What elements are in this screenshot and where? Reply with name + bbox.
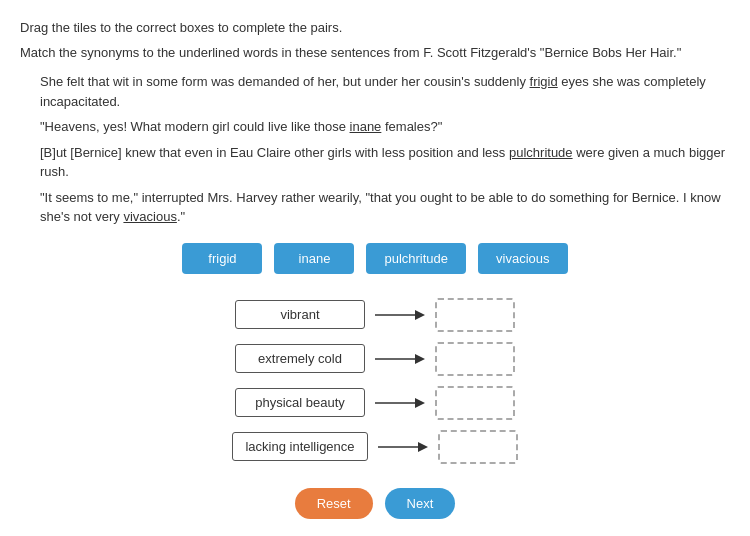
word-inane: inane: [350, 119, 382, 134]
word-vivacious: vivacious: [123, 209, 176, 224]
word-pulchritude: pulchritude: [509, 145, 573, 160]
pair-label-vibrant: vibrant: [235, 300, 365, 329]
reset-button[interactable]: Reset: [295, 488, 373, 519]
drop-box-lacking-intelligence[interactable]: [438, 430, 518, 464]
instructions-match: Match the synonyms to the underlined wor…: [20, 45, 730, 60]
instructions-top: Drag the tiles to the correct boxes to c…: [20, 20, 730, 35]
pair-label-lacking-intelligence: lacking intelligence: [232, 432, 367, 461]
svg-marker-1: [415, 310, 425, 320]
svg-marker-7: [418, 442, 428, 452]
drop-box-vibrant[interactable]: [435, 298, 515, 332]
tiles-row: frigid inane pulchritude vivacious: [20, 243, 730, 274]
arrow-extremely-cold: [375, 349, 425, 369]
svg-marker-3: [415, 354, 425, 364]
sentence2: "Heavens, yes! What modern girl could li…: [40, 117, 730, 137]
tile-frigid[interactable]: frigid: [182, 243, 262, 274]
tile-pulchritude[interactable]: pulchritude: [366, 243, 466, 274]
passage: She felt that wit in some form was deman…: [40, 72, 730, 227]
tile-inane[interactable]: inane: [274, 243, 354, 274]
pair-row-extremely-cold: extremely cold: [235, 342, 515, 376]
sentence4: "It seems to me," interrupted Mrs. Harve…: [40, 188, 730, 227]
pair-row-vibrant: vibrant: [235, 298, 515, 332]
word-frigid: frigid: [530, 74, 558, 89]
tile-vivacious[interactable]: vivacious: [478, 243, 567, 274]
pair-row-physical-beauty: physical beauty: [235, 386, 515, 420]
sentence3: [B]ut [Bernice] knew that even in Eau Cl…: [40, 143, 730, 182]
arrow-lacking-intelligence: [378, 437, 428, 457]
pair-row-lacking-intelligence: lacking intelligence: [232, 430, 517, 464]
drop-box-extremely-cold[interactable]: [435, 342, 515, 376]
pair-label-extremely-cold: extremely cold: [235, 344, 365, 373]
buttons-row: Reset Next: [20, 488, 730, 519]
arrow-vibrant: [375, 305, 425, 325]
next-button[interactable]: Next: [385, 488, 456, 519]
svg-marker-5: [415, 398, 425, 408]
sentence1: She felt that wit in some form was deman…: [40, 72, 730, 111]
pairs-area: vibrant extremely cold physical beauty: [20, 298, 730, 464]
pair-label-physical-beauty: physical beauty: [235, 388, 365, 417]
drop-box-physical-beauty[interactable]: [435, 386, 515, 420]
arrow-physical-beauty: [375, 393, 425, 413]
